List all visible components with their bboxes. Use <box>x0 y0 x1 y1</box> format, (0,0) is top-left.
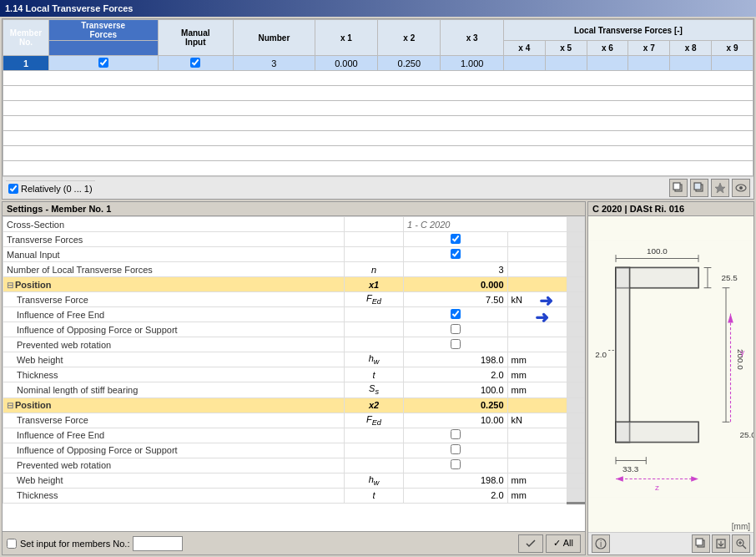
sym-tf-1: FEd <box>344 292 403 307</box>
unit-thickness-2: mm <box>507 488 567 503</box>
unit-position-2 <box>507 397 567 413</box>
settings-row-tf-1: Transverse Force FEd 7.50 ➜ kN <box>3 292 585 307</box>
set-input-checkbox[interactable] <box>7 539 17 549</box>
svg-line-47 <box>743 545 746 549</box>
diagram-zoom-button[interactable] <box>732 534 750 553</box>
unit-free-end-2 <box>507 428 567 443</box>
webrot-checkbox-1[interactable] <box>451 339 461 349</box>
sym-webrot-2 <box>344 458 403 473</box>
svg-text:y: y <box>740 347 744 357</box>
svg-rect-43 <box>696 539 703 545</box>
opposing-checkbox-2[interactable] <box>451 444 461 454</box>
label-number: Number of Local Transverse Forces <box>3 262 345 277</box>
relatively-row: Relatively (0 ... 1) <box>6 180 95 196</box>
copy-button-1[interactable] <box>669 179 688 197</box>
apply-button[interactable] <box>518 534 543 553</box>
copy-button-2[interactable] <box>690 179 708 197</box>
pin-button[interactable] <box>711 179 729 197</box>
settings-row-free-end-2: Influence of Free End <box>3 428 585 443</box>
diagram-title: C 2020 | DASt Ri. 016 <box>588 202 753 216</box>
label-free-end-1: Influence of Free End <box>3 307 345 322</box>
val-number: 3 <box>404 262 507 277</box>
settings-row-position-1: ⊟Position x1 0.000 <box>3 277 585 292</box>
cell-x8 <box>670 56 712 71</box>
free-end-checkbox-1[interactable] <box>451 309 461 319</box>
label-tf-2: Transverse Force <box>3 413 345 428</box>
settings-row-opposing-1: Influence of Opposing Force or Support <box>3 322 585 337</box>
free-end-checkbox-2[interactable] <box>451 429 461 439</box>
col-header-tf-sub <box>49 41 159 56</box>
settings-title: Settings - Member No. 1 <box>3 202 585 216</box>
scroll-cell-no1 <box>567 382 584 397</box>
sym-free-end-2 <box>344 428 403 443</box>
transverse-checkbox[interactable] <box>98 58 108 68</box>
manual-checkbox[interactable] <box>190 58 200 68</box>
top-grid-section: MemberNo. TransverseForces ManualInput N… <box>2 18 754 200</box>
val-cross-section: 1 - C 2020 <box>404 217 567 232</box>
diagram-copy-button[interactable] <box>692 534 710 553</box>
grid-toolbar-buttons <box>669 179 750 197</box>
settings-row-webheight-2: Web height hw 198.0 mm <box>3 473 585 488</box>
col-header-x9: x 9 <box>712 41 753 56</box>
relatively-checkbox[interactable] <box>8 184 18 194</box>
cell-x2: 0.250 <box>378 56 441 71</box>
table-row-empty-5 <box>3 131 753 146</box>
all-label: ✓ All <box>553 538 573 549</box>
member-numbers-input[interactable] <box>133 536 183 551</box>
label-thickness-1: Thickness <box>3 367 345 382</box>
unit-transverse <box>507 232 567 247</box>
cell-x6 <box>587 56 628 71</box>
label-webheight-2: Web height <box>3 473 345 488</box>
unit-position-1 <box>507 277 567 292</box>
val-manual <box>404 247 507 262</box>
settings-row-webheight-1: Web height hw 198.0 mm <box>3 352 585 367</box>
sym-cross-section <box>344 217 403 232</box>
settings-scroll[interactable]: Cross-Section 1 - C 2020 Transverse Forc… <box>3 216 585 531</box>
table-row-empty-4 <box>3 116 753 131</box>
val-nominal-1: 100.0 <box>404 382 507 397</box>
scroll-cell-th1 <box>567 367 584 382</box>
sym-tf-2: FEd <box>344 413 403 428</box>
settings-row-opposing-2: Influence of Opposing Force or Support <box>3 443 585 458</box>
table-row: 1 3 0.000 0.250 1.000 <box>3 56 753 71</box>
svg-text:2.0: 2.0 <box>595 350 607 359</box>
sym-position-1: x1 <box>344 277 403 292</box>
settings-row-nominal-1: Nominal length of stiff bearing Ss 100.0… <box>3 382 585 397</box>
svg-rect-11 <box>616 268 630 443</box>
view-button[interactable] <box>732 179 750 197</box>
all-button[interactable]: ✓ All <box>546 534 581 553</box>
col-header-x1: x 1 <box>315 20 377 56</box>
label-thickness-2: Thickness <box>3 488 345 503</box>
table-row-empty-6 <box>3 146 753 161</box>
diagram-export-button[interactable] <box>712 534 730 553</box>
col-header-x5: x 5 <box>545 41 587 56</box>
cell-x4 <box>503 56 545 71</box>
label-tf-1: Transverse Force <box>3 292 345 307</box>
settings-row-thickness-1: Thickness t 2.0 mm <box>3 367 585 382</box>
val-webheight-1: 198.0 <box>404 352 507 367</box>
settings-panel: Settings - Member No. 1 Cross-Section <box>2 201 586 555</box>
cell-member-no: 1 <box>3 56 49 71</box>
webrot-checkbox-2[interactable] <box>451 459 461 469</box>
sym-opposing-2 <box>344 443 403 458</box>
info-button[interactable]: i <box>592 534 610 553</box>
label-nominal-1: Nominal length of stiff bearing <box>3 382 345 397</box>
table-row-empty-7 <box>3 161 753 176</box>
settings-row-thickness-2: Thickness t 2.0 mm <box>3 488 585 503</box>
val-tf-1: 7.50 ➜ <box>404 292 507 307</box>
relatively-label: Relatively (0 ... 1) <box>21 184 93 194</box>
transverse-forces-checkbox[interactable] <box>451 234 461 244</box>
scroll-cell-tf2 <box>567 413 584 428</box>
settings-row-transverse: Transverse Forces <box>3 232 585 247</box>
cell-x5 <box>545 56 587 71</box>
settings-row-webrot-1: Prevented web rotation <box>3 337 585 352</box>
val-webheight-2: 198.0 <box>404 473 507 488</box>
main-container: MemberNo. TransverseForces ManualInput N… <box>0 17 756 557</box>
val-transverse <box>404 232 507 247</box>
col-header-transverse: TransverseForces <box>49 20 159 41</box>
cell-number: 3 <box>234 56 315 71</box>
diagram-panel: C 2020 | DASt Ri. 016 <box>587 201 754 555</box>
opposing-checkbox-1[interactable] <box>451 324 461 334</box>
manual-input-checkbox[interactable] <box>451 249 461 259</box>
col-header-local-forces: Local Transverse Forces [-] <box>503 20 753 41</box>
